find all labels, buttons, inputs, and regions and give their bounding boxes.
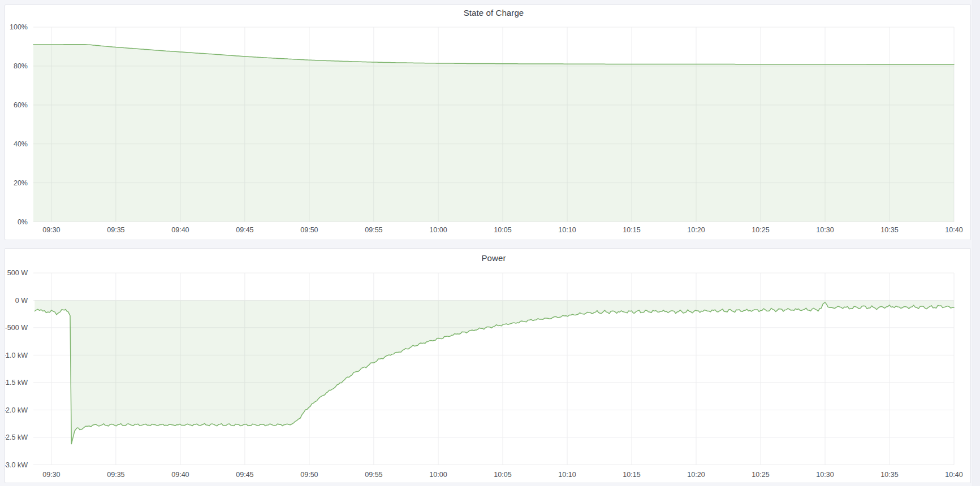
x-tick-label: 10:10: [558, 226, 576, 234]
x-tick-label: 10:25: [752, 471, 769, 479]
x-tick-label: 10:10: [558, 471, 576, 479]
power-series-fill: [34, 301, 954, 444]
y-tick-label: 80%: [14, 62, 28, 70]
x-tick-label: 09:55: [365, 471, 382, 479]
x-tick-label: 10:00: [429, 226, 447, 234]
x-axis-labels: 09:3009:3509:4009:4509:5009:5510:0010:05…: [42, 471, 962, 479]
x-tick-label: 10:05: [494, 471, 511, 479]
x-tick-label: 09:45: [236, 226, 253, 234]
y-tick-label: -2.5 kW: [5, 433, 28, 441]
y-tick-label: -500 W: [5, 324, 28, 332]
y-tick-label: 100%: [10, 23, 28, 31]
power-chart-plot[interactable]: 500 W0 W-500 W-1.0 kW-1.5 kW-2.0 kW-2.5 …: [5, 249, 970, 483]
x-tick-label: 10:35: [880, 471, 898, 479]
x-tick-label: 09:35: [107, 226, 124, 234]
x-tick-label: 09:55: [365, 226, 382, 234]
y-tick-label: 0%: [18, 218, 28, 226]
page-scrollbar-track[interactable]: [973, 0, 980, 486]
soc-series-fill: [33, 45, 954, 222]
y-tick-label: 20%: [14, 179, 28, 187]
soc-chart-plot[interactable]: 100%80%60%40%20%0%09:3009:3509:4009:4509…: [5, 5, 970, 240]
y-tick-label: 40%: [14, 140, 28, 148]
soc-chart-svg: 100%80%60%40%20%0%09:3009:3509:4009:4509…: [5, 5, 969, 238]
x-tick-label: 10:15: [623, 471, 640, 479]
x-axis-labels: 09:3009:3509:4009:4509:5009:5510:0010:05…: [42, 226, 962, 234]
x-tick-label: 09:50: [300, 226, 318, 234]
x-tick-label: 10:30: [816, 226, 834, 234]
y-tick-label: 60%: [14, 101, 28, 109]
y-tick-label: -1.5 kW: [5, 379, 28, 387]
y-axis-labels: 500 W0 W-500 W-1.0 kW-1.5 kW-2.0 kW-2.5 …: [5, 269, 28, 468]
x-tick-label: 09:40: [171, 471, 189, 479]
x-tick-label: 09:45: [236, 471, 253, 479]
x-tick-label: 10:40: [945, 471, 962, 479]
y-tick-label: 0 W: [15, 297, 28, 305]
x-tick-label: 09:50: [300, 471, 318, 479]
x-tick-label: 10:20: [687, 226, 705, 234]
y-axis-labels: 100%80%60%40%20%0%: [10, 23, 28, 226]
x-tick-label: 09:40: [171, 226, 189, 234]
y-tick-label: -2.0 kW: [5, 406, 28, 414]
x-tick-label: 09:30: [42, 226, 60, 234]
x-tick-label: 10:15: [623, 226, 640, 234]
x-tick-label: 09:35: [107, 471, 124, 479]
y-tick-label: 500 W: [7, 269, 28, 277]
x-tick-label: 10:25: [752, 226, 769, 234]
x-tick-label: 10:20: [687, 471, 705, 479]
x-tick-label: 10:30: [816, 471, 834, 479]
grafana-dashboard: { "page": { "background": "#f4f5f9", "pa…: [0, 0, 980, 486]
x-tick-label: 10:35: [880, 226, 898, 234]
x-tick-label: 10:00: [429, 471, 447, 479]
y-tick-label: -3.0 kW: [5, 461, 28, 469]
x-tick-label: 10:05: [494, 226, 511, 234]
soc-panel: State of Charge 100%80%60%40%20%0%09:300…: [5, 5, 971, 240]
power-panel: Power 500 W0 W-500 W-1.0 kW-1.5 kW-2.0 k…: [5, 248, 971, 483]
y-tick-label: -1.0 kW: [5, 352, 28, 359]
x-tick-label: 09:30: [42, 471, 60, 479]
power-chart-svg: 500 W0 W-500 W-1.0 kW-1.5 kW-2.0 kW-2.5 …: [5, 249, 969, 481]
x-tick-label: 10:40: [945, 226, 962, 234]
